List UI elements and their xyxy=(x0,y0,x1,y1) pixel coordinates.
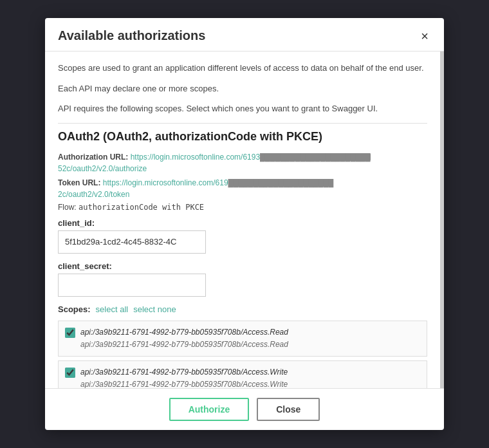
token-url-visible: https://login.microsoftonline.com/619 xyxy=(103,178,228,187)
modal-dialog: Available authorizations × Scopes are us… xyxy=(45,18,444,430)
select-all-link[interactable]: select all xyxy=(96,304,129,314)
token-url-suffix: ​2c/oauth2/v2.0/token xyxy=(58,190,129,199)
auth-url-visible: https://login.microsoftonline.com/6193 xyxy=(131,153,260,162)
scope-main-2: api:/3a9b9211-6791-4992-b779-bb05935f708… xyxy=(80,366,288,378)
token-url-row: Token URL: https://login.microsoftonline… xyxy=(58,177,427,200)
auth-url-suffix: ​52c/oauth2/v2.0/authorize xyxy=(58,164,147,173)
scopes-row: Scopes: select all select none xyxy=(58,304,427,314)
scope-text-2: api:/3a9b9211-6791-4992-b779-bb05935f708… xyxy=(80,366,288,388)
scope-main-1: api:/3a9b9211-6791-4992-b779-bb05935f708… xyxy=(80,326,288,339)
modal-header: Available authorizations × xyxy=(45,18,444,51)
scope-item-2: api:/3a9b9211-6791-4992-b779-bb05935f708… xyxy=(58,360,427,388)
modal-title: Available authorizations xyxy=(58,28,205,43)
modal-close-button[interactable]: × xyxy=(418,30,431,42)
scope-checkbox-2[interactable] xyxy=(65,368,75,378)
description-line1: Scopes are used to grant an application … xyxy=(58,62,427,75)
auth-url-label: Authorization URL: xyxy=(58,153,128,162)
scope-checkbox-1[interactable] xyxy=(65,328,75,338)
scope-sub-2: api:/3a9b9211-6791-4992-b779-bb05935f708… xyxy=(80,378,288,388)
modal-body: Scopes are used to grant an application … xyxy=(45,51,444,388)
divider xyxy=(58,123,427,124)
close-button[interactable]: Close xyxy=(257,398,320,421)
modal-overlay: Available authorizations × Scopes are us… xyxy=(0,0,489,448)
token-url-label: Token URL: xyxy=(58,178,100,187)
client-secret-input[interactable] xyxy=(58,274,206,297)
scope-text-1: api:/3a9b9211-6791-4992-b779-bb05935f708… xyxy=(80,326,288,351)
auth-url-row: Authorization URL: https://login.microso… xyxy=(58,151,427,174)
flow-label: Flow: xyxy=(58,203,77,212)
description-line2: Each API may declare one or more scopes. xyxy=(58,82,427,95)
description-line3: API requires the following scopes. Selec… xyxy=(58,102,427,115)
authorize-button[interactable]: Authorize xyxy=(169,398,250,421)
flow-value: authorizationCode with PKCE xyxy=(78,203,204,212)
client-id-label: client_id: xyxy=(58,218,427,228)
scope-item-1: api:/3a9b9211-6791-4992-b779-bb05935f708… xyxy=(58,321,427,357)
modal-footer: Authorize Close xyxy=(45,388,444,430)
flow-row: Flow: authorizationCode with PKCE xyxy=(58,203,427,212)
token-url-redacted: █████████████████████ xyxy=(228,179,334,187)
select-none-link[interactable]: select none xyxy=(133,304,176,314)
scopes-label: Scopes: xyxy=(58,304,91,314)
client-id-input[interactable] xyxy=(58,230,206,254)
client-secret-label: client_secret: xyxy=(58,261,427,271)
auth-url-redacted: ██████████████████████ xyxy=(260,153,370,161)
scope-sub-1: api:/3a9b9211-6791-4992-b779-bb05935f708… xyxy=(80,339,288,351)
oauth-section-title: OAuth2 (OAuth2, authorizationCode with P… xyxy=(58,130,427,144)
